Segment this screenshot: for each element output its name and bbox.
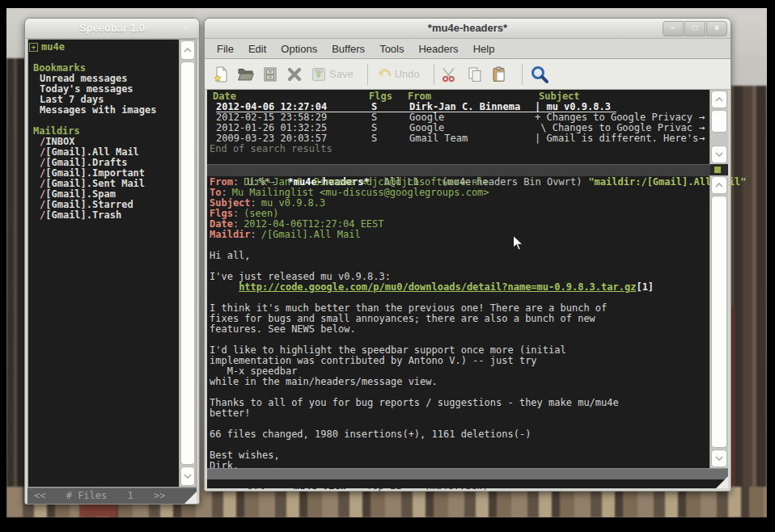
minimize-button[interactable]: – [136,21,155,35]
mu4e-view-pane: FromDirk-Jan C. Binnema <djcb@djcbsoftwa… [207,175,710,470]
maximize-button[interactable]: □ [156,21,176,35]
chevron-up-icon [184,48,192,53]
mouse-cursor [512,234,524,255]
save-button[interactable]: Save [310,65,354,83]
view-scrollbar[interactable] [709,175,728,468]
field-value: /[Gmail].All Mail [261,229,361,240]
end-of-search-results: End of search results [207,144,710,154]
minimize-button[interactable]: – [663,21,684,36]
resize-grip[interactable] [184,492,197,504]
truncation-arrow-icon: → [699,133,705,144]
footnote-marker: [1] [636,281,654,293]
copy-button[interactable] [466,65,484,83]
scroll-up-button[interactable] [180,40,195,60]
new-file-icon [213,65,231,83]
row-from: Gmail Team [409,133,468,144]
menu-file[interactable]: File [210,40,241,58]
field-value: mu v0.9.8.3 [261,197,325,209]
arrow-cursor-icon [512,234,524,251]
message-line: Thanks to all of you for bug reports / s… [207,398,710,408]
mu4e-headers-pane: Date Flgs From Subject 2012-04-06 12:27:… [207,90,710,166]
scroll-up-button[interactable] [711,176,727,194]
field-value: Dirk-Jan C. Binnema <djcb@djcbsoftware.n… [244,176,489,188]
modeline-right-strip [710,164,728,175]
speedbar-files-label: # Files [66,490,108,501]
message-row[interactable]: 2009-03-23 20:03:57 S Gmail Team | Gmail… [207,133,710,144]
maildir-name: [Gmail].Spam [45,188,116,200]
paste-clipboard-icon [490,65,508,83]
save-label: Save [329,68,354,80]
open-folder-icon [237,65,255,83]
scrollbar-thumb[interactable] [180,61,195,465]
chevron-up-icon [715,183,723,188]
download-link[interactable]: http://code.google.com/p/mu0/downloads/d… [239,281,636,293]
mu4e-headers-modeline: U:%*-*mu4e-headers*All L1(mu4e-headers B… [207,164,710,176]
dired-button[interactable] [261,65,279,83]
chevron-down-icon [184,474,192,479]
speedbar-next-button[interactable]: >> [154,490,165,501]
field-label: Flgs [210,208,239,219]
echo-area[interactable] [207,479,728,488]
scroll-down-button[interactable] [180,467,195,486]
cut-scissors-icon [442,65,459,83]
close-button[interactable]: × [176,21,196,35]
undo-label: Undo [395,68,420,80]
speedbar-modeline: << # Files 1 >> [28,488,197,504]
emacs-titlebar[interactable]: *mu4e-headers* – □ × [205,19,731,39]
scrollbar-thumb[interactable] [711,196,727,448]
menu-edit[interactable]: Edit [241,40,273,58]
field-value: Mu Mailinglist <mu-discuss@googlegroups.… [232,187,489,198]
close-button[interactable]: × [706,21,727,36]
scrollbar-track[interactable] [710,133,728,145]
menu-options[interactable]: Options [273,40,324,58]
speedbar-root-label[interactable]: mu4e [41,42,65,53]
maildir-name: [Gmail].Drafts [45,157,127,168]
speedbar-frame: + mu4e Bookmarks Unread messages Today's… [28,39,197,488]
chevron-down-icon [715,456,723,461]
speedbar-prev-button[interactable]: << [34,490,45,501]
emacs-buffer-area: Date Flgs From Subject 2012-04-06 12:27:… [207,90,728,488]
field-label: Date [210,218,239,230]
close-buffer-button[interactable] [286,65,303,83]
message-line: 66 files changed, 1980 insertions(+), 11… [207,429,710,440]
speedbar-root-item[interactable]: + mu4e [28,42,180,53]
speedbar-files-count: 1 [128,490,133,501]
speedbar-titlebar[interactable]: Speedbar 1.0 – □ × [25,19,199,39]
headers-scrollbar[interactable] [709,90,728,164]
menu-help[interactable]: Help [466,40,502,58]
sidebar-item-images[interactable]: Messages with images [28,105,180,116]
menu-buffers[interactable]: Buffers [324,40,372,58]
scroll-down-button[interactable] [711,146,727,163]
paste-button[interactable] [490,65,508,83]
open-file-button[interactable] [237,65,255,83]
expand-icon[interactable]: + [29,43,38,52]
message-line [207,240,710,251]
search-icon [530,65,549,84]
message-line: Best wishes, [207,450,710,461]
field-label: Maildir [210,229,256,240]
search-button[interactable] [530,65,549,84]
speedbar-content: + mu4e Bookmarks Unread messages Today's… [28,40,180,487]
speedbar-scrollbar[interactable] [179,40,196,487]
scroll-up-button[interactable] [711,91,727,108]
menu-tools[interactable]: Tools [372,40,411,58]
scrollbar-thumb[interactable] [711,110,727,133]
undo-button[interactable]: Undo [375,65,420,83]
maximize-button[interactable]: □ [684,21,705,36]
toolbar-separator [367,64,368,85]
emacs-window: *mu4e-headers* – □ × File Edit Options B… [204,18,731,492]
resize-grip[interactable] [716,476,728,488]
scroll-down-button[interactable] [711,450,727,467]
sidebar-item-trash[interactable]: /[Gmail].Trash [28,210,180,221]
new-file-button[interactable] [213,65,231,83]
cut-button[interactable] [442,65,459,83]
undo-icon [375,65,393,83]
toolbar-separator [522,64,523,85]
speedbar-window: Speedbar 1.0 – □ × + mu4e Bookmarks Unre… [24,18,200,505]
field-value: 2012-04-06T12:27:04 EEST [244,218,383,230]
maildir-name: INBOX [45,136,74,147]
menu-headers[interactable]: Headers [411,40,465,58]
menu-bar: File Edit Options Buffers Tools Headers … [205,39,731,59]
emacs-window-title: *mu4e-headers* [205,22,731,34]
copy-icon [466,65,484,83]
